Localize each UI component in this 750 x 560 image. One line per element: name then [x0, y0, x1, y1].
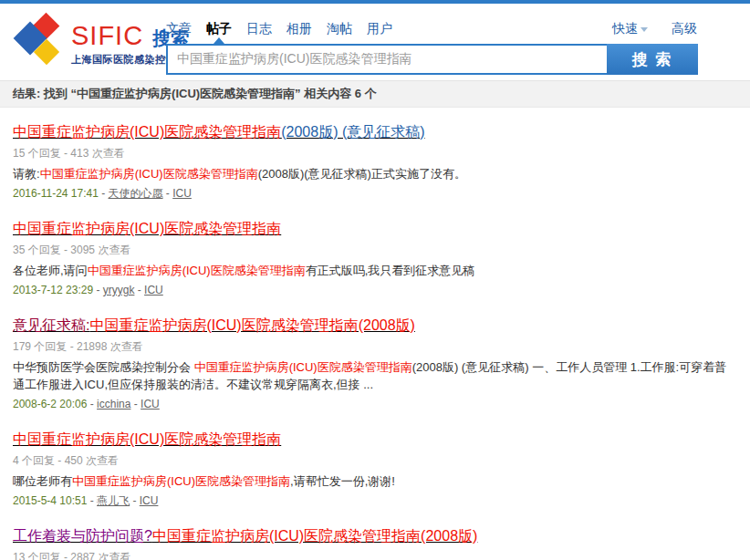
results-summary-text: 结果: 找到 “中国重症监护病房(ICU)医院感染管理指南” 相关内容 6 个: [13, 86, 377, 102]
result-footer: 2008-6-2 20:06 - icchina - ICU: [13, 397, 735, 412]
result-footer: 2013-7-12 23:29 - yryygk - ICU: [13, 283, 735, 298]
highlighted-keyword: 中国重症监护病房(ICU)医院感染管理指南: [88, 264, 306, 277]
text-segment: ,请帮忙发一份,谢谢!: [290, 474, 395, 488]
results-summary-bar: 结果: 找到 “中国重症监护病房(ICU)医院感染管理指南” 相关内容 6 个: [0, 80, 750, 108]
result-author-link[interactable]: 燕儿飞: [97, 494, 130, 507]
result-snippet: 哪位老师有中国重症监护病房(ICU)医院感染管理指南,请帮忙发一份,谢谢!: [13, 472, 735, 490]
tab-文章[interactable]: 文章: [166, 21, 192, 37]
result-forum-link[interactable]: ICU: [144, 284, 163, 296]
tab-淘帖[interactable]: 淘帖: [327, 21, 352, 37]
result-snippet: 请教:中国重症监护病房(ICU)医院感染管理指南(2008版)(意见征求稿)正式…: [13, 165, 735, 182]
text-segment: 工作着装与防护问题?: [13, 528, 152, 544]
result-snippet: 中华预防医学会医院感染控制分会 中国重症监护病房(ICU)医院感染管理指南(20…: [13, 358, 735, 393]
highlighted-keyword: 中国重症监护病房(ICU)医院感染管理指南: [194, 360, 412, 374]
text-segment: 意见征求稿:: [13, 317, 89, 333]
result-forum-link[interactable]: ICU: [140, 494, 159, 507]
result-meta: 13 个回复 - 2887 次查看: [13, 550, 735, 560]
advanced-search-link[interactable]: 高级: [672, 21, 697, 37]
result-snippet: 各位老师,请问中国重症监护病房(ICU)医院感染管理指南有正式版吗,我只看到征求…: [13, 262, 735, 279]
result-meta: 35 个回复 - 3095 次查看: [13, 243, 735, 257]
header: SIFIC 搜索 上海国际医院感染控制论坛 文章帖子日志相册淘帖用户 快速 高级…: [0, 4, 750, 80]
result-title-link[interactable]: 意见征求稿:中国重症监护病房(ICU)医院感染管理指南(2008版): [13, 317, 415, 333]
result-footer: 2015-5-4 10:51 - 燕儿飞 - ICU: [13, 493, 735, 509]
text-segment: 哪位老师有: [13, 474, 72, 488]
tab-帖子[interactable]: 帖子: [206, 21, 232, 37]
highlighted-keyword: 中国重症监护病房(ICU)医院感染管理指南: [72, 474, 290, 488]
quick-search-link[interactable]: 快速: [612, 21, 648, 37]
search-result-item: 中国重症监护病房(ICU)医院感染管理指南 4 个回复 - 450 次查看 哪位…: [13, 430, 735, 509]
result-date: 2016-11-24 17:41: [13, 187, 99, 200]
active-tab-pointer-icon: [214, 37, 224, 44]
highlighted-keyword: 中国重症监护病房(ICU)医院感染管理指南: [13, 124, 281, 140]
text-segment: 中华预防医学会医院感染控制分会: [13, 360, 194, 374]
highlighted-keyword: 中国重症监护病房(ICU)医院感染管理指南(2008版): [152, 528, 477, 544]
tab-用户[interactable]: 用户: [367, 21, 392, 37]
result-title-link[interactable]: 中国重症监护病房(ICU)医院感染管理指南(2008版) (意见征求稿): [13, 124, 425, 140]
text-segment: (2008版)(意见征求稿)正式实施了没有。: [258, 167, 466, 181]
highlighted-keyword: 中国重症监护病房(ICU)医院感染管理指南: [40, 167, 258, 181]
highlighted-keyword: 中国重症监护病房(ICU)医院感染管理指南: [13, 221, 281, 236]
logo-sific-text: SIFIC: [71, 22, 143, 49]
highlighted-keyword: 中国重症监护病房(ICU)医院感染管理指南: [13, 431, 281, 447]
text-segment: (2008版) (意见征求稿): [281, 124, 424, 140]
result-meta: 179 个回复 - 21898 次查看: [13, 339, 735, 354]
result-title-link[interactable]: 工作着装与防护问题?中国重症监护病房(ICU)医院感染管理指南(2008版): [13, 528, 477, 544]
search-result-item: 中国重症监护病房(ICU)医院感染管理指南 35 个回复 - 3095 次查看 …: [13, 219, 735, 298]
result-title-link[interactable]: 中国重症监护病房(ICU)医院感染管理指南: [13, 431, 281, 447]
sific-logo-icon: [15, 15, 68, 67]
search-input[interactable]: [166, 44, 607, 75]
search-bar: 搜 索: [166, 44, 698, 75]
result-meta: 4 个回复 - 450 次查看: [13, 453, 735, 468]
search-type-tabs: 文章帖子日志相册淘帖用户: [166, 21, 407, 37]
text-segment: 请教:: [13, 167, 40, 181]
result-author-link[interactable]: 天使的心愿: [109, 187, 163, 200]
highlighted-keyword: 中国重症监护病房(ICU)医院感染管理指南(2008版): [89, 317, 414, 333]
search-result-item: 中国重症监护病房(ICU)医院感染管理指南(2008版) (意见征求稿) 15 …: [13, 122, 735, 202]
search-result-item: 工作着装与防护问题?中国重症监护病房(ICU)医院感染管理指南(2008版) 1…: [13, 526, 735, 560]
result-title-link[interactable]: 中国重症监护病房(ICU)医院感染管理指南: [13, 221, 281, 236]
result-author-link[interactable]: yryygk: [103, 284, 135, 296]
result-forum-link[interactable]: ICU: [141, 398, 160, 410]
result-meta: 15 个回复 - 413 次查看: [13, 146, 735, 161]
search-results-list: 中国重症监护病房(ICU)医院感染管理指南(2008版) (意见征求稿) 15 …: [0, 108, 750, 560]
tab-日志[interactable]: 日志: [246, 21, 272, 37]
result-date: 2008-6-2 20:06: [13, 398, 87, 410]
search-button[interactable]: 搜 索: [607, 44, 698, 75]
result-author-link[interactable]: icchina: [97, 398, 130, 410]
result-date: 2015-5-4 10:51: [13, 494, 87, 507]
text-segment: 有正式版吗,我只看到征求意见稿: [306, 264, 475, 277]
text-segment: 各位老师,请问: [13, 264, 88, 277]
chevron-down-icon: [641, 27, 648, 32]
result-date: 2013-7-12 23:29: [13, 284, 93, 296]
result-forum-link[interactable]: ICU: [172, 187, 192, 200]
result-footer: 2016-11-24 17:41 - 天使的心愿 - ICU: [13, 186, 735, 202]
tab-相册[interactable]: 相册: [286, 21, 312, 37]
search-result-item: 意见征求稿:中国重症监护病房(ICU)医院感染管理指南(2008版) 179 个…: [13, 316, 735, 412]
